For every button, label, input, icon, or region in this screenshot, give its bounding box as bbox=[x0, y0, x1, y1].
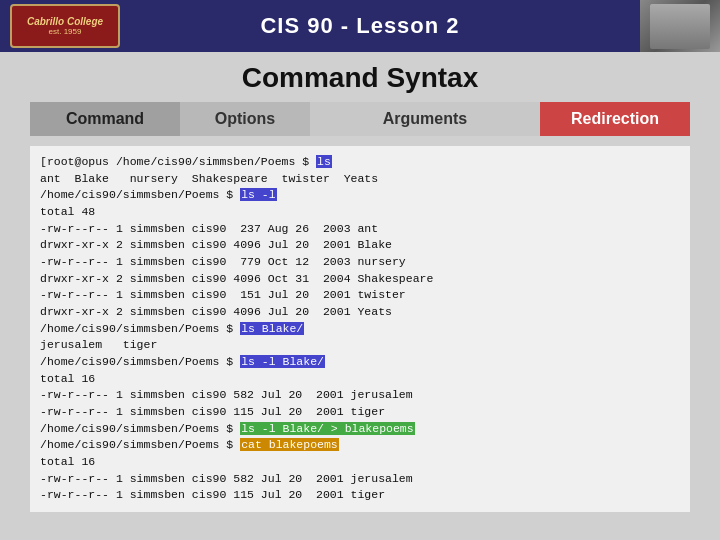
terminal: [root@opus /home/cis90/simmsben/Poems $ … bbox=[30, 146, 690, 512]
logo-year: est. 1959 bbox=[49, 27, 82, 36]
page-title: Command Syntax bbox=[0, 62, 720, 94]
main-content: Command Options Arguments Redirection [r… bbox=[0, 102, 720, 522]
header-photo bbox=[640, 0, 720, 52]
header: Cabrillo College est. 1959 CIS 90 - Less… bbox=[0, 0, 720, 52]
page-title-area: Command Syntax bbox=[0, 52, 720, 102]
header-title: CIS 90 - Lesson 2 bbox=[260, 13, 459, 39]
logo-name: Cabrillo College bbox=[27, 16, 103, 27]
logo: Cabrillo College est. 1959 bbox=[10, 4, 120, 48]
tab-arguments[interactable]: Arguments bbox=[310, 102, 540, 136]
tab-command[interactable]: Command bbox=[30, 102, 180, 136]
terminal-content: [root@opus /home/cis90/simmsben/Poems $ … bbox=[40, 154, 680, 504]
tabs-row: Command Options Arguments Redirection bbox=[30, 102, 690, 136]
header-photo-inner bbox=[650, 4, 710, 49]
tab-redirection[interactable]: Redirection bbox=[540, 102, 690, 136]
tab-options[interactable]: Options bbox=[180, 102, 310, 136]
